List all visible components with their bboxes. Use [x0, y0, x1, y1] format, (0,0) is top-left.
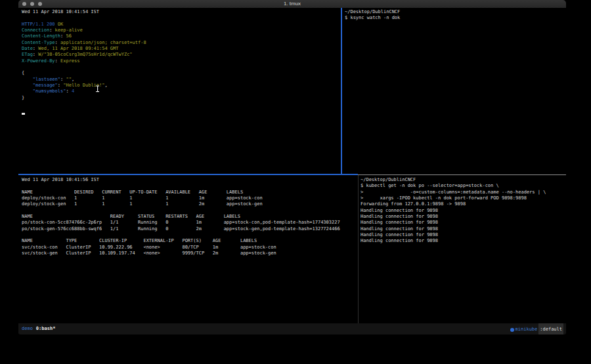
- terminal-line: "message": "Hello Dublin!",: [22, 83, 341, 89]
- terminal-line: "lastseen": "",: [22, 77, 341, 83]
- terminal-window: 1. tmux Wed 11 Apr 2018 10:41:54 IST HTT…: [18, 0, 566, 334]
- text-cursor-pointer-icon: [95, 83, 100, 95]
- kubernetes-helm-icon: [510, 328, 514, 332]
- kube-context: minikube: [515, 324, 538, 334]
- pane-divider-vertical[interactable]: [358, 175, 359, 323]
- terminal-line: Connection: keep-alive: [22, 28, 341, 33]
- pane-divider-vertical-active[interactable]: [341, 8, 342, 174]
- terminal-line: ETag: W/"38-05coCsrg3mQ75sHr1d/qcWTwYZc": [22, 52, 341, 58]
- terminal-line: svc/stock-gen ClusterIP 10.109.197.74 <n…: [22, 251, 358, 256]
- terminal-line: Handling connection for 9898: [361, 232, 566, 238]
- terminal-line: deploy/stock-con 1 1 1 1 1m app=stock-co…: [22, 195, 358, 201]
- terminal-line: HTTP/1.1 200 OK: [22, 22, 341, 28]
- pane-divider-horizontal-active[interactable]: [18, 174, 358, 175]
- terminal-line: [22, 15, 341, 21]
- terminal-line: Handling connection for 9898: [361, 220, 566, 226]
- terminal-line: {: [22, 70, 341, 76]
- tmux-status-bar: demo0:bash* minikube:default: [18, 323, 566, 334]
- terminal-line: NAME DESIRED CURRENT UP-TO-DATE AVAILABL…: [22, 190, 358, 195]
- pane-port-forward[interactable]: ~/Desktop/DublinCNCF$ kubectl get -n dok…: [359, 175, 566, 323]
- terminal-line: NAME TYPE CLUSTER-IP EXTERNAL-IP PORT(S)…: [22, 238, 358, 244]
- status-right: minikube:default: [510, 323, 563, 334]
- terminal-line: po/stock-con-5cc874766c-2p6rp 1/1 Runnin…: [22, 220, 358, 226]
- terminal-line: [22, 183, 358, 189]
- terminal-line: NAME READY STATUS RESTARTS AGE LABELS: [22, 214, 358, 220]
- window-title: 1. tmux: [18, 0, 566, 8]
- terminal-line: Content-Length: 56: [22, 33, 341, 39]
- pane-ksync-watch[interactable]: ~/Desktop/DublinCNCF$ ksync watch -n dok: [342, 8, 566, 174]
- terminal-line: $ ksync watch -n dok: [345, 15, 566, 21]
- kube-namespace: :default: [538, 323, 563, 334]
- terminal-line: Forwarding from 127.0.0.1:9898 -> 9898: [361, 201, 566, 207]
- terminal-line: deploy/stock-gen 1 1 1 1 2m app=stock-ge…: [22, 201, 358, 207]
- terminal-line: Date: Wed, 11 Apr 2018 09:41:54 GMT: [22, 46, 341, 52]
- tmux-session: Wed 11 Apr 2018 10:41:54 IST HTTP/1.1 20…: [18, 8, 566, 334]
- session-name: demo: [22, 326, 33, 331]
- terminal-line: ~/Desktop/DublinCNCF: [361, 177, 566, 183]
- terminal-line: Wed 11 Apr 2018 10:41:54 IST: [22, 9, 341, 15]
- status-left: demo0:bash*: [22, 323, 55, 334]
- pane-kubectl-get[interactable]: Wed 11 Apr 2018 10:41:56 IST NAME DESIRE…: [18, 175, 358, 323]
- terminal-line: }: [22, 95, 341, 101]
- terminal-line: Handling connection for 9898: [361, 214, 566, 220]
- terminal-line: svc/stock-con ClusterIP 10.99.222.96 <no…: [22, 245, 358, 251]
- terminal-line: po/stock-gen-576cc688bb-swqf6 1/1 Runnin…: [22, 226, 358, 232]
- terminal-line: $ kubectl get -n dok po --selector=app=s…: [361, 183, 566, 189]
- pane-divider-horizontal[interactable]: [358, 174, 566, 175]
- terminal-line: ~/Desktop/DublinCNCF: [345, 9, 566, 15]
- terminal-line: Content-Type: application/json; charset=…: [22, 40, 341, 46]
- terminal-line: X-Powered-By: Express: [22, 58, 341, 64]
- window-titlebar: 1. tmux: [18, 0, 566, 8]
- terminal-line: Handling connection for 9898: [361, 208, 566, 214]
- terminal-block-cursor: [22, 113, 25, 115]
- terminal-line: [22, 232, 358, 238]
- terminal-line: [22, 208, 358, 214]
- terminal-line: [22, 64, 341, 70]
- terminal-line: Wed 11 Apr 2018 10:41:56 IST: [22, 177, 358, 183]
- terminal-line: Handling connection for 9898: [361, 238, 566, 244]
- terminal-line: "numsymbols": 4: [22, 89, 341, 94]
- window-tab-bash[interactable]: 0:bash*: [36, 326, 56, 331]
- terminal-line: Handling connection for 9898: [361, 226, 566, 232]
- terminal-line: > xargs -IPOD kubectl -n dok port-forwar…: [361, 195, 566, 201]
- terminal-line: > -o=custom-columns=:metadata.name --no-…: [361, 190, 566, 195]
- pane-http-response[interactable]: Wed 11 Apr 2018 10:41:54 IST HTTP/1.1 20…: [18, 8, 341, 174]
